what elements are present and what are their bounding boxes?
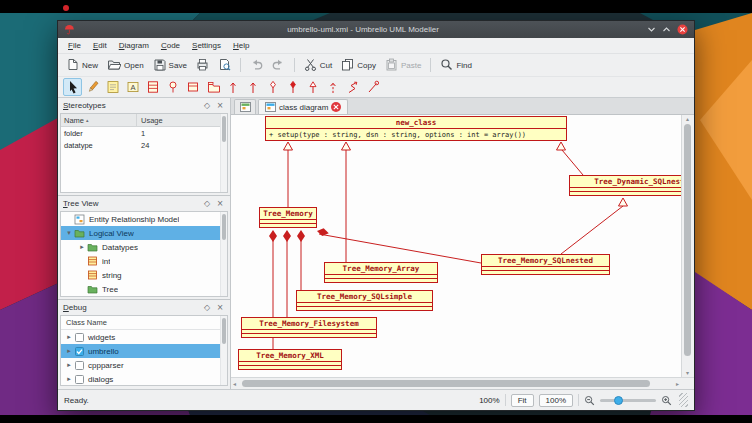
diagram-canvas[interactable]: new_class+ setup(type : string, dsn : st… (231, 115, 681, 377)
debug-row-widgets[interactable]: ▸widgets (61, 330, 227, 344)
stereotype-row-folder[interactable]: folder1 (61, 127, 227, 139)
uml-class-tree-memory-array[interactable]: Tree_Memory_Array (324, 262, 438, 283)
toolbar-redo-button[interactable] (268, 56, 289, 75)
v-scrollbar-thumb[interactable] (684, 124, 691, 356)
uml-class-tree-memory-sqlsimple[interactable]: Tree_Memory_SQLsimple (296, 290, 433, 311)
close-panel-icon[interactable]: × (215, 303, 225, 313)
tool-composition[interactable] (283, 78, 302, 96)
close-panel-icon[interactable]: × (215, 101, 225, 111)
minimize-icon[interactable] (647, 25, 656, 34)
debug-row-umbrello[interactable]: ▸umbrello (61, 344, 227, 358)
menu-code[interactable]: Code (155, 40, 186, 51)
column-header-usage[interactable]: Usage (137, 116, 227, 125)
checkbox[interactable] (75, 361, 84, 370)
diagram-mini-tab[interactable] (234, 99, 256, 114)
toolbar-undo-button[interactable] (246, 56, 267, 75)
panel-scrollbar[interactable] (220, 212, 227, 296)
tool-cursor[interactable] (63, 78, 82, 96)
toolbar-new-button[interactable]: New (62, 56, 102, 75)
toolbar-paste-button[interactable]: Paste (381, 56, 425, 75)
debug-row-cppparser[interactable]: ▸cppparser (61, 358, 227, 372)
uml-class-tree-memory-xml[interactable]: Tree_Memory_XML (238, 349, 342, 370)
toolbar-copy-button[interactable]: Copy (337, 56, 380, 75)
tool-relationship[interactable] (343, 78, 362, 96)
tool-aggregation[interactable] (263, 78, 282, 96)
menu-help[interactable]: Help (227, 40, 255, 51)
uml-class-tree-memory[interactable]: Tree_Memory (259, 207, 317, 228)
tree-item-entity-relationship-model[interactable]: Entity Relationship Model (61, 212, 227, 226)
expander-icon[interactable]: ▸ (64, 333, 74, 341)
menu-diagram[interactable]: Diagram (113, 40, 155, 51)
tool-datatype[interactable] (183, 78, 202, 96)
maximize-icon[interactable] (662, 25, 671, 34)
tree-item-string[interactable]: string (61, 268, 227, 282)
scrollbar-thumb[interactable] (222, 318, 226, 344)
panel-scrollbar[interactable] (220, 316, 227, 385)
toolbar-save-button[interactable]: Save (149, 56, 191, 75)
tool-dependency[interactable] (323, 78, 342, 96)
close-panel-icon[interactable]: × (215, 199, 225, 209)
toolbar-preview-button[interactable] (214, 56, 235, 75)
scrollbar-thumb[interactable] (222, 214, 226, 240)
checkbox[interactable] (75, 333, 84, 342)
float-panel-icon[interactable]: ◇ (202, 303, 212, 313)
toolbar-open-button[interactable]: Open (103, 56, 148, 75)
zoom-in-icon[interactable] (661, 395, 672, 406)
uml-class-new-class[interactable]: new_class+ setup(type : string, dsn : st… (265, 116, 567, 141)
stereotype-row-datatype[interactable]: datatype24 (61, 139, 227, 151)
debug-row-dialogs[interactable]: ▸dialogs (61, 372, 227, 386)
float-panel-icon[interactable]: ◇ (202, 199, 212, 209)
tool-textbox[interactable]: A (123, 78, 142, 96)
tool-generalization[interactable] (303, 78, 322, 96)
expander-icon[interactable]: ▸ (64, 347, 74, 355)
tool-interface[interactable] (163, 78, 182, 96)
scroll-up-icon[interactable]: ▴ (682, 115, 693, 123)
toolbar-cut-button[interactable]: Cut (300, 56, 336, 75)
tree-item-logical-view[interactable]: ▾Logical View (61, 226, 227, 240)
tool-uni-association[interactable] (243, 78, 262, 96)
vertical-scrollbar[interactable]: ▴ ▾ (681, 115, 693, 377)
tool-pencil[interactable] (83, 78, 102, 96)
checkbox[interactable] (75, 347, 84, 356)
uml-class-tree-memory-sqlnested[interactable]: Tree_Memory_SQLnested (481, 254, 610, 275)
zoom-slider[interactable] (600, 399, 656, 402)
h-scrollbar-thumb[interactable] (242, 380, 650, 387)
uml-class-tree-dynamic-sqlnested[interactable]: Tree_Dynamic_SQLnested (569, 175, 681, 196)
tab-close-icon[interactable] (331, 102, 341, 112)
float-panel-icon[interactable]: ◇ (202, 101, 212, 111)
tool-association[interactable] (223, 78, 242, 96)
menu-edit[interactable]: Edit (87, 40, 113, 51)
menu-settings[interactable]: Settings (186, 40, 227, 51)
expander-icon[interactable]: ▾ (64, 229, 74, 237)
tool-package[interactable] (203, 78, 222, 96)
tool-note[interactable] (103, 78, 122, 96)
tab-class-diagram[interactable]: class diagram (258, 99, 348, 114)
tree-item-datatypes[interactable]: ▸Datatypes (61, 240, 227, 254)
close-icon[interactable] (677, 24, 688, 35)
fit-button[interactable]: Fit (511, 394, 534, 407)
menu-file[interactable]: File (62, 40, 87, 51)
panel-scrollbar[interactable] (220, 114, 227, 192)
tree-item-int[interactable]: int (61, 254, 227, 268)
zoom-100-button[interactable]: 100% (539, 394, 573, 407)
expander-icon[interactable]: ▸ (77, 243, 87, 251)
tool-class[interactable] (143, 78, 162, 96)
uml-class-tree-memory-filesystem[interactable]: Tree_Memory_Filesystem (241, 317, 377, 338)
expander-icon[interactable]: ▸ (64, 361, 74, 369)
checkbox[interactable] (75, 375, 84, 384)
scroll-down-icon[interactable]: ▾ (682, 369, 693, 377)
zoom-slider-handle[interactable] (614, 396, 623, 405)
scroll-right-icon[interactable]: ▸ (676, 379, 679, 389)
resize-grip[interactable] (679, 393, 688, 407)
tree-item-tree[interactable]: Tree (61, 282, 227, 296)
scrollbar-thumb[interactable] (222, 116, 226, 142)
toolbar-print-button[interactable] (192, 56, 213, 75)
expander-icon[interactable]: ▸ (64, 375, 74, 383)
horizontal-scrollbar[interactable]: ◂ ▸ (231, 377, 681, 389)
scroll-left-icon[interactable]: ◂ (233, 379, 236, 389)
zoom-out-icon[interactable] (584, 395, 595, 406)
toolbar-find-button[interactable]: Find (436, 56, 476, 75)
titlebar[interactable]: umbrello-uml.xmi - Umbrello UML Modeller (58, 21, 694, 38)
tool-anchor[interactable] (363, 78, 382, 96)
column-header-name[interactable]: Name▴ (61, 114, 137, 126)
